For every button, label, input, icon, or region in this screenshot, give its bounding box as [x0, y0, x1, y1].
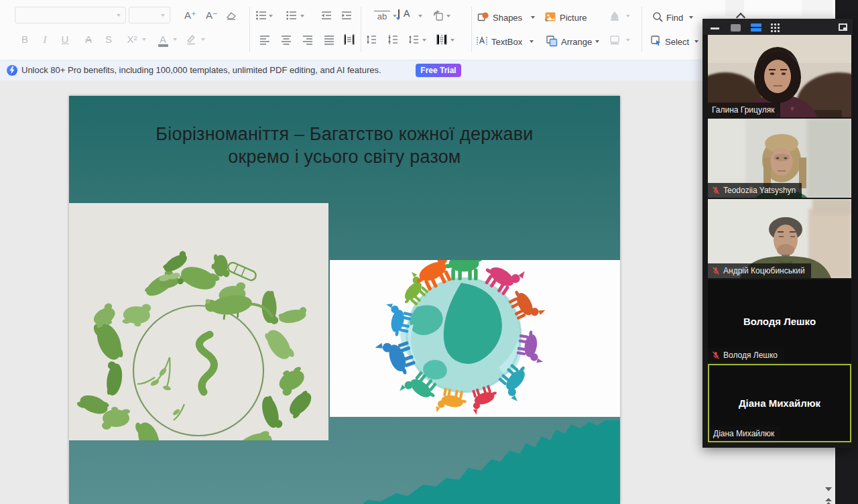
slide-title[interactable]: Біорізноманіття – Багатство кожної держа… [69, 123, 620, 168]
muted-mic-icon [712, 351, 720, 359]
chevron-down-icon[interactable] [694, 40, 698, 43]
decrease-paragraph-spacing-icon[interactable] [387, 34, 399, 46]
bold-button[interactable]: B [17, 31, 32, 48]
distribute-text-icon[interactable] [343, 34, 355, 46]
participant-name: Володя Лешко [723, 350, 778, 361]
search-icon [652, 11, 664, 23]
align-center-icon[interactable] [280, 34, 292, 46]
textbox-button[interactable]: TextBox [491, 36, 522, 48]
paragraph-layout-icon[interactable] [436, 34, 448, 46]
reset-paragraph-icon[interactable] [432, 9, 444, 21]
align-left-icon[interactable] [259, 34, 271, 46]
shapes-button[interactable]: Shapes [493, 12, 522, 24]
chevron-down-icon[interactable] [422, 39, 426, 42]
speaker-view-icon[interactable] [731, 24, 741, 32]
toolbar-divider [471, 7, 472, 52]
animals-globe-image[interactable] [330, 260, 620, 417]
clear-formatting-eraser-icon[interactable] [225, 9, 237, 21]
highlight-pen-icon[interactable] [185, 34, 197, 46]
frame-style-icon [609, 34, 621, 46]
participant-tile-active-speaker[interactable]: Діана Михайлюк Діана Михайлюк [708, 364, 851, 442]
text-direction-button[interactable]: A [404, 8, 410, 19]
decrease-indent-icon[interactable] [320, 9, 332, 21]
picture-button[interactable]: Picture [560, 12, 587, 24]
meeting-panel[interactable]: Галина Грицуляк [702, 19, 853, 448]
minimize-icon[interactable] [711, 27, 719, 29]
previous-page-button[interactable] [825, 498, 832, 504]
ink-fill-icon [609, 9, 621, 21]
decrease-font-size-button[interactable]: A⁻ [204, 8, 220, 23]
italic-button[interactable]: I [38, 31, 52, 48]
participant-tile[interactable]: Галина Грицуляк [708, 35, 851, 117]
select-button[interactable]: Select [665, 36, 689, 48]
align-justify-icon[interactable] [323, 34, 335, 46]
chevron-down-icon[interactable] [689, 16, 693, 19]
character-spacing-button[interactable]: ab [374, 11, 390, 21]
participant-tile[interactable]: Володя Лешко Володя Лешко [708, 279, 851, 363]
chevron-down-icon[interactable] [626, 39, 630, 42]
select-icon [650, 35, 662, 47]
font-color-bar [158, 44, 168, 47]
increase-font-size-button[interactable]: A⁺ [182, 8, 198, 23]
chevron-down-icon[interactable] [269, 15, 273, 17]
participant-tile[interactable]: Андрій Коцюбинський [708, 199, 851, 278]
globe-illustration [330, 260, 620, 417]
arrange-button[interactable]: Arrange [561, 36, 592, 48]
participant-tile[interactable]: Teodoziia Yatsyshyn [708, 119, 851, 198]
toolbar-divider [641, 7, 642, 52]
biodiversity-wreath-image[interactable] [69, 203, 328, 440]
scroll-down-arrow[interactable] [825, 487, 832, 491]
arrange-icon [546, 35, 558, 47]
chevron-down-icon[interactable] [173, 38, 177, 41]
chevron-down-icon[interactable] [201, 38, 205, 41]
toolbar-divider [249, 7, 250, 52]
bacteria-figure [227, 261, 257, 282]
participant-name: Андрій Коцюбинський [723, 265, 805, 276]
superscript-button[interactable]: X² [125, 31, 139, 48]
chevron-down-icon[interactable] [595, 40, 599, 43]
chevron-down-icon[interactable] [530, 40, 534, 43]
bullet-list-icon[interactable] [255, 9, 267, 21]
numbered-list-icon[interactable] [286, 9, 298, 21]
increase-paragraph-spacing-icon[interactable] [365, 34, 377, 46]
slide-canvas[interactable]: Біорізноманіття – Багатство кожної держа… [69, 96, 620, 504]
find-button[interactable]: Find [666, 12, 683, 24]
font-family-combobox[interactable] [15, 7, 126, 23]
participant-name-label: Володя Лешко [708, 348, 784, 363]
plant-leaves [149, 367, 180, 416]
chevron-down-icon[interactable] [142, 38, 146, 41]
picture-icon [544, 11, 556, 23]
free-trial-button[interactable]: Free Trial [416, 64, 461, 77]
strip-view-icon[interactable] [751, 23, 761, 33]
chevron-down-icon[interactable] [446, 15, 450, 17]
chevron-down-icon[interactable] [418, 15, 422, 17]
line-spacing-icon[interactable] [408, 34, 420, 46]
font-size-combobox[interactable] [129, 7, 170, 23]
participant-name-label: Teodoziia Yatsyshyn [708, 183, 802, 198]
participant-name-label: Галина Грицуляк [708, 103, 780, 117]
chevron-down-icon[interactable] [117, 14, 121, 17]
muted-mic-icon [712, 186, 720, 194]
chevron-down-icon[interactable] [531, 16, 535, 19]
chevron-down-icon[interactable] [300, 15, 304, 17]
meeting-panel-header[interactable] [702, 19, 853, 35]
text-shadow-button[interactable]: S [101, 31, 116, 48]
popout-layout-icon[interactable] [839, 23, 847, 31]
mountain-shape [363, 420, 620, 504]
participant-name: Teodoziia Yatsyshyn [723, 185, 796, 196]
chevron-down-icon[interactable] [450, 39, 454, 42]
partial-ui-chip [802, 0, 833, 16]
chevron-down-icon[interactable] [161, 14, 165, 17]
strikethrough-button[interactable]: A [81, 31, 96, 48]
muted-mic-icon [712, 267, 720, 275]
chevron-down-icon[interactable] [626, 15, 630, 17]
gallery-view-icon[interactable] [771, 23, 780, 32]
text-direction-arrow-shaft [398, 9, 400, 17]
align-right-icon[interactable] [302, 34, 314, 46]
underline-button[interactable]: U [58, 31, 72, 48]
participant-name: Галина Грицуляк [712, 105, 774, 115]
worm-figure [199, 334, 214, 392]
increase-indent-icon[interactable] [341, 9, 353, 21]
wreath-illustration [69, 203, 328, 440]
slide-title-line1: Біорізноманіття – Багатство кожної держа… [69, 123, 620, 145]
